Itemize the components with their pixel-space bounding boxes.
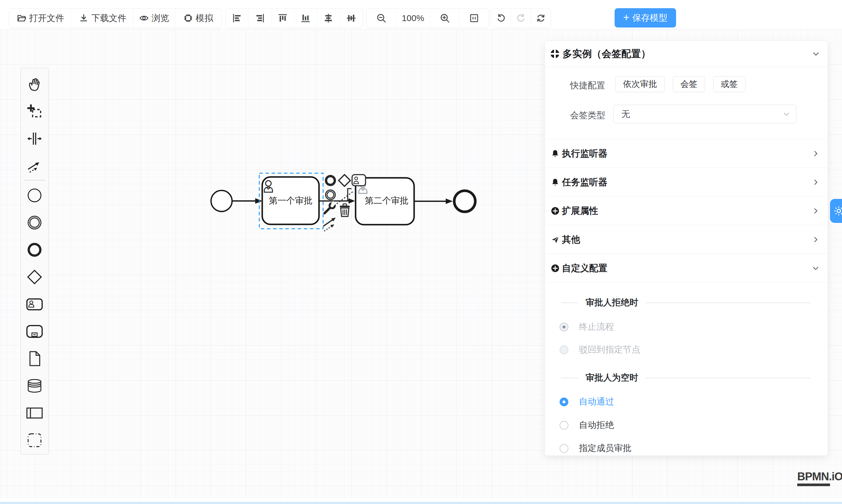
chevron-right-icon: [812, 178, 820, 186]
simulate-button[interactable]: 模拟: [175, 8, 221, 28]
radio-return-to-node[interactable]: 驳回到指定节点: [560, 344, 641, 356]
palette-lasso-tool[interactable]: [20, 98, 49, 125]
radio-icon: [560, 323, 568, 331]
quick-option-countersign[interactable]: 会签: [673, 76, 705, 92]
align-middle-vertical-icon: [346, 13, 356, 23]
user-task-first[interactable]: 第一个审批: [262, 177, 319, 224]
empty-section-title: 审批人为空时: [578, 372, 646, 384]
bpmn-io-logo-bar: [797, 484, 830, 486]
preview-label: 浏览: [152, 12, 169, 24]
bpmn-io-logo-text: BPMN.iO: [797, 470, 842, 483]
zoom-out-icon: [376, 13, 387, 23]
palette-create-group[interactable]: [20, 427, 49, 454]
zoom-in-icon: [440, 13, 450, 23]
bpmn-io-logo[interactable]: BPMN.iO: [797, 470, 842, 486]
context-pad-connect-tool[interactable]: [323, 218, 336, 231]
palette-create-data-object[interactable]: [20, 345, 49, 372]
plus-icon: +: [623, 12, 629, 23]
intermediate-event-icon: [27, 215, 42, 230]
align-center-horizontal-icon: [323, 13, 334, 23]
chevron-right-icon: [812, 207, 820, 215]
context-pad-append-user-task[interactable]: [352, 175, 366, 186]
palette-create-subprocess[interactable]: [20, 318, 49, 345]
save-model-button[interactable]: + 保存模型: [615, 8, 676, 28]
align-toolbar-group: [225, 8, 363, 28]
section-custom-config[interactable]: 自定义配置: [545, 254, 828, 283]
chevron-down-icon[interactable]: [812, 50, 820, 58]
palette-global-connect-tool[interactable]: [20, 152, 49, 179]
subprocess-icon: [27, 325, 43, 338]
align-left-icon: [232, 13, 242, 23]
align-bottom-button[interactable]: [294, 8, 317, 28]
zoom-in-button[interactable]: [430, 8, 459, 28]
space-tool-icon: [27, 131, 42, 146]
sequence-flow-start-to-task1[interactable]: [232, 198, 262, 204]
download-file-button[interactable]: 下载文件: [72, 8, 134, 28]
align-right-icon: [255, 13, 265, 23]
chevron-down-icon: [812, 265, 820, 272]
zoom-out-button[interactable]: [367, 8, 396, 28]
align-right-button[interactable]: [248, 8, 271, 28]
gateway-icon: [27, 269, 42, 285]
align-middle-vertical-button[interactable]: [340, 8, 363, 28]
folder-open-icon: [17, 13, 27, 23]
radio-auto-pass[interactable]: 自动通过: [560, 396, 614, 408]
context-pad-append-end-event[interactable]: [326, 176, 335, 185]
end-event[interactable]: [454, 191, 475, 212]
plus-circle-icon: [551, 206, 560, 215]
sequence-flow-task1-to-task2[interactable]: [319, 198, 355, 203]
palette-create-start-event[interactable]: [20, 182, 49, 209]
panel-title: 多实例（会签配置）: [562, 48, 651, 60]
data-store-icon: [27, 379, 42, 393]
context-pad-delete-trash[interactable]: [340, 204, 350, 216]
radio-assign-member[interactable]: 指定成员审批: [560, 442, 632, 454]
chevron-right-icon: [812, 236, 820, 244]
undo-icon: [496, 13, 506, 23]
panel-header[interactable]: 多实例（会签配置）: [545, 41, 828, 67]
section-extended-properties[interactable]: 扩展属性: [545, 196, 828, 225]
palette-create-user-task[interactable]: [20, 290, 49, 318]
palette-create-participant[interactable]: [20, 399, 49, 427]
align-center-horizontal-button[interactable]: [317, 8, 340, 28]
preview-button[interactable]: 浏览: [134, 8, 175, 28]
undo-button[interactable]: [491, 8, 511, 28]
simulate-label: 模拟: [196, 12, 213, 24]
section-other[interactable]: 其他: [545, 225, 828, 254]
quick-option-sequential[interactable]: 依次审批: [615, 76, 665, 92]
context-pad-append-intermediate-event[interactable]: [326, 190, 335, 200]
align-top-button[interactable]: [271, 8, 294, 28]
radio-terminate-process[interactable]: 终止流程: [560, 321, 614, 333]
context-pad-connect-association[interactable]: [334, 191, 354, 205]
start-event-icon: [27, 188, 42, 203]
eye-icon: [139, 13, 149, 23]
palette-create-gateway[interactable]: [20, 263, 49, 290]
reset-zoom-button[interactable]: [531, 8, 551, 28]
align-bottom-icon: [300, 13, 311, 23]
section-task-listener[interactable]: 任务监听器: [545, 168, 828, 196]
fit-viewport-icon: [469, 13, 479, 23]
section-execution-listener[interactable]: 执行监听器: [545, 139, 828, 168]
countersign-type-select[interactable]: 无: [613, 105, 796, 123]
fit-viewport-button[interactable]: [459, 8, 489, 28]
palette-separator: [24, 180, 45, 180]
palette-create-data-store[interactable]: [20, 372, 49, 399]
zoom-toolbar-group: 100%: [366, 8, 489, 28]
palette-create-intermediate-event[interactable]: [20, 209, 49, 236]
palette-space-tool[interactable]: [20, 125, 49, 152]
settings-fab[interactable]: [830, 199, 842, 223]
quick-option-orsign[interactable]: 或签: [713, 76, 745, 92]
align-left-button[interactable]: [226, 8, 248, 28]
data-object-icon: [28, 351, 41, 366]
sequence-flow-task2-to-end[interactable]: [414, 199, 453, 204]
start-event[interactable]: [211, 191, 232, 212]
palette-hand-tool[interactable]: [20, 71, 49, 98]
context-pad-append-gateway[interactable]: [339, 175, 350, 186]
open-file-button[interactable]: 打开文件: [9, 8, 72, 28]
context-pad-change-type-wrench[interactable]: [324, 201, 336, 213]
redo-button[interactable]: [511, 8, 531, 28]
align-top-icon: [278, 13, 288, 23]
radio-auto-reject[interactable]: 自动拒绝: [560, 419, 614, 431]
palette-create-end-event[interactable]: [20, 236, 49, 263]
empty-section-divider: 审批人为空时: [561, 372, 811, 384]
bell-icon: [551, 149, 560, 158]
